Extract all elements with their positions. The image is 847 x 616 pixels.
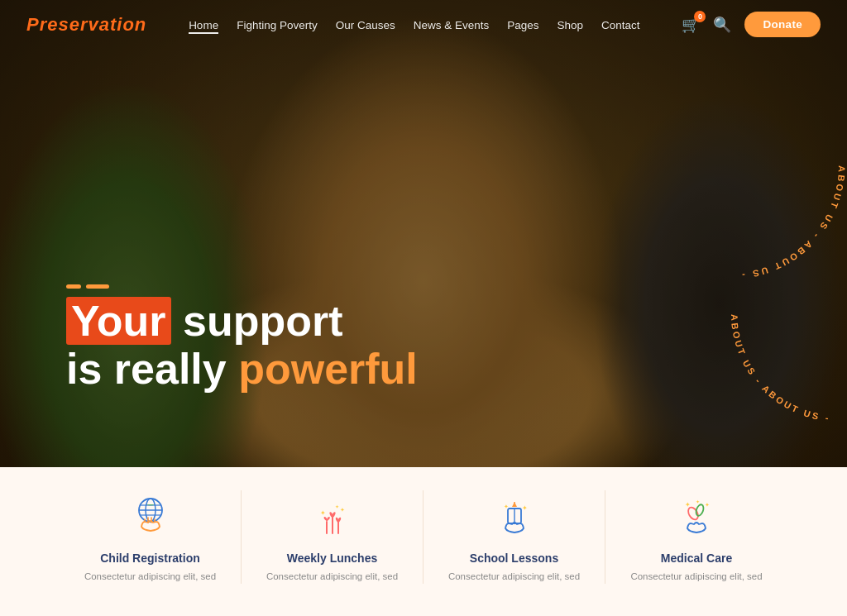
medical-care-desc: Consectetur adipiscing elit, sed [630, 570, 762, 584]
nav-item-shop[interactable]: Shop [557, 17, 584, 32]
weekly-lunches-title: Weekly Lunches [287, 552, 377, 565]
svg-text:✦: ✦ [685, 501, 691, 509]
nav-link-causes[interactable]: Our Causes [336, 19, 395, 31]
hero-line2: is really powerful [66, 345, 418, 393]
nav-item-contact[interactable]: Contact [601, 17, 640, 32]
hero-line1: Your support [66, 297, 343, 345]
service-card-medical-care: ✦ ✦ ✦ Medical Care Consectetur adipiscin… [605, 490, 787, 584]
service-card-school-lessons: ✦ ✦ School Lessons Consectetur adipiscin… [424, 490, 605, 584]
service-card-weekly-lunches: ✦ ✦ ✦ Weekly Lunches Consectetur adipisc… [242, 490, 424, 584]
deco-line-2 [86, 284, 109, 289]
nav-link-poverty[interactable]: Fighting Poverty [237, 19, 318, 31]
svg-text:✦: ✦ [335, 504, 339, 509]
services-section: Child Registration Consectetur adipiscin… [0, 467, 847, 616]
nav-link-home[interactable]: Home [189, 19, 218, 34]
school-lessons-icon: ✦ ✦ [489, 490, 540, 542]
nav-right: 🛒 0 🔍 Donate [682, 12, 821, 37]
medical-care-icon: ✦ ✦ ✦ [671, 490, 722, 542]
svg-text:✦: ✦ [320, 509, 326, 517]
child-registration-icon [125, 490, 176, 542]
svg-text:✦: ✦ [522, 504, 528, 512]
hero-is-really: is really [66, 345, 238, 393]
child-registration-desc: Consectetur adipiscing elit, sed [84, 570, 216, 584]
logo-text: Preservation [26, 14, 146, 35]
nav-item-home[interactable]: Home [189, 17, 218, 32]
weekly-lunches-icon: ✦ ✦ ✦ [307, 490, 358, 542]
school-lessons-desc: Consectetur adipiscing elit, sed [448, 570, 580, 584]
nav-link-news[interactable]: News & Events [414, 19, 490, 31]
svg-text:✦: ✦ [696, 499, 700, 504]
hero-decoration [66, 284, 418, 289]
weekly-lunches-desc: Consectetur adipiscing elit, sed [266, 570, 398, 584]
service-card-child-registration: Child Registration Consectetur adipiscin… [60, 490, 242, 584]
hero-content: Your support is really powerful [66, 284, 418, 393]
svg-point-20 [695, 504, 705, 517]
medical-care-title: Medical Care [661, 552, 732, 565]
nav-link-contact[interactable]: Contact [601, 19, 640, 31]
brand-logo[interactable]: Preservation [26, 14, 146, 36]
hero-support: support [183, 297, 343, 345]
navbar: Preservation Home Fighting Poverty Our C… [0, 0, 847, 49]
nav-item-poverty[interactable]: Fighting Poverty [237, 17, 318, 32]
svg-text:✦: ✦ [705, 502, 710, 508]
hero-title: Your support is really powerful [66, 297, 418, 393]
nav-link-pages[interactable]: Pages [507, 19, 538, 31]
nav-item-pages[interactable]: Pages [507, 17, 538, 32]
nav-item-causes[interactable]: Our Causes [336, 17, 395, 32]
deco-line-1 [66, 284, 81, 289]
child-registration-title: Child Registration [100, 552, 200, 565]
nav-links: Home Fighting Poverty Our Causes News & … [189, 17, 639, 32]
nav-link-shop[interactable]: Shop [557, 19, 584, 31]
cart-badge: 0 [694, 11, 706, 22]
school-lessons-title: School Lessons [470, 552, 558, 565]
cart-icon[interactable]: 🛒 0 [682, 16, 700, 34]
hero-section: Preservation Home Fighting Poverty Our C… [0, 0, 847, 467]
svg-text:✦: ✦ [340, 507, 345, 513]
donate-button[interactable]: Donate [744, 12, 821, 37]
search-icon[interactable]: 🔍 [713, 16, 731, 34]
hero-your: Your [66, 297, 171, 345]
hero-overlay [0, 0, 847, 467]
hero-powerful: powerful [238, 345, 418, 393]
svg-text:✦: ✦ [504, 504, 509, 509]
nav-item-news[interactable]: News & Events [414, 17, 490, 32]
